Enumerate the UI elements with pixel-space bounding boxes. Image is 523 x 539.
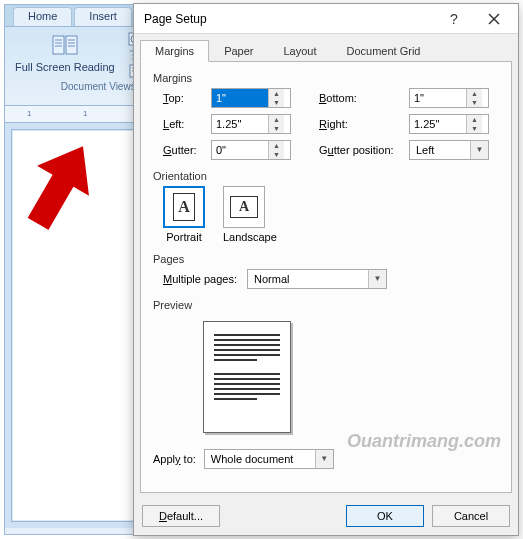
- tab-document-grid[interactable]: Document Grid: [332, 40, 436, 62]
- gutter-input[interactable]: [212, 141, 268, 159]
- multiple-pages-value: Normal: [248, 273, 368, 285]
- dialog-body: Margins Top: ▲▼ Bottom: ▲▼ Left: ▲▼: [140, 61, 512, 493]
- dialog-help-button[interactable]: ?: [434, 6, 474, 32]
- ribbon-tab-home[interactable]: Home: [13, 7, 72, 26]
- margins-section: Margins Top: ▲▼ Bottom: ▲▼ Left: ▲▼: [153, 72, 499, 160]
- gutter-label: Gutter:: [163, 144, 211, 156]
- bottom-spinner[interactable]: ▲▼: [409, 88, 489, 108]
- full-screen-label: Full Screen Reading: [15, 61, 115, 73]
- gutter-position-combo[interactable]: Left ▼: [409, 140, 489, 160]
- dialog-title: Page Setup: [144, 12, 207, 26]
- close-icon: [488, 13, 500, 25]
- dialog-buttons: Default... OK Cancel: [134, 499, 518, 535]
- margins-legend: Margins: [153, 72, 194, 88]
- top-input[interactable]: [212, 89, 268, 107]
- landscape-icon: A: [223, 186, 265, 228]
- right-input[interactable]: [410, 115, 466, 133]
- portrait-button[interactable]: A Portrait: [163, 186, 205, 243]
- apply-to-combo[interactable]: Whole document ▼: [204, 449, 334, 469]
- dialog-titlebar: Page Setup ?: [134, 4, 518, 34]
- right-label: Right:: [319, 118, 409, 130]
- portrait-label: Portrait: [163, 231, 205, 243]
- bottom-input[interactable]: [410, 89, 466, 107]
- chevron-down-icon: ▼: [315, 450, 333, 468]
- bottom-label: Bottom:: [319, 92, 409, 104]
- orientation-section: Orientation A Portrait A Landscape: [153, 170, 499, 243]
- preview-section: Preview: [153, 299, 499, 439]
- left-label: Left:: [163, 118, 211, 130]
- tab-margins[interactable]: Margins: [140, 40, 209, 62]
- landscape-button[interactable]: A Landscape: [223, 186, 277, 243]
- preview-legend: Preview: [153, 299, 194, 315]
- multiple-pages-label: Multiple pages:: [163, 273, 237, 285]
- apply-to-label: Apply to:: [153, 453, 196, 465]
- gutter-position-value: Left: [410, 144, 470, 156]
- left-spinner[interactable]: ▲▼: [211, 114, 291, 134]
- top-spinner[interactable]: ▲▼: [211, 88, 291, 108]
- full-screen-reading-button[interactable]: Full Screen Reading: [11, 31, 119, 75]
- landscape-label: Landscape: [223, 231, 277, 243]
- gutter-spinner-arrows[interactable]: ▲▼: [268, 141, 284, 159]
- left-input[interactable]: [212, 115, 268, 133]
- gutter-position-label: Gutter position:: [319, 144, 409, 156]
- preview-thumbnail: [203, 321, 291, 433]
- pages-legend: Pages: [153, 253, 186, 269]
- right-spinner[interactable]: ▲▼: [409, 114, 489, 134]
- multiple-pages-combo[interactable]: Normal ▼: [247, 269, 387, 289]
- right-spinner-arrows[interactable]: ▲▼: [466, 115, 482, 133]
- top-label: Top:: [163, 92, 211, 104]
- tab-paper[interactable]: Paper: [209, 40, 268, 62]
- ok-button[interactable]: OK: [346, 505, 424, 527]
- portrait-icon: A: [163, 186, 205, 228]
- cancel-button[interactable]: Cancel: [432, 505, 510, 527]
- dialog-tabs: Margins Paper Layout Document Grid: [134, 34, 518, 62]
- orientation-legend: Orientation: [153, 170, 209, 186]
- top-spinner-arrows[interactable]: ▲▼: [268, 89, 284, 107]
- gutter-spinner[interactable]: ▲▼: [211, 140, 291, 160]
- apply-to-value: Whole document: [205, 453, 315, 465]
- bottom-spinner-arrows[interactable]: ▲▼: [466, 89, 482, 107]
- default-button[interactable]: Default...: [142, 505, 220, 527]
- pages-section: Pages Multiple pages: Normal ▼: [153, 253, 499, 289]
- apply-to-row: Apply to: Whole document ▼: [153, 449, 499, 469]
- page-setup-dialog: Page Setup ? Margins Paper Layout Docume…: [133, 3, 519, 536]
- left-spinner-arrows[interactable]: ▲▼: [268, 115, 284, 133]
- tab-layout[interactable]: Layout: [268, 40, 331, 62]
- svg-rect-0: [53, 36, 64, 54]
- ribbon-tab-insert[interactable]: Insert: [74, 7, 132, 26]
- chevron-down-icon: ▼: [368, 270, 386, 288]
- svg-rect-1: [66, 36, 77, 54]
- dialog-close-button[interactable]: [474, 6, 514, 32]
- full-screen-icon: [51, 33, 79, 59]
- chevron-down-icon: ▼: [470, 141, 488, 159]
